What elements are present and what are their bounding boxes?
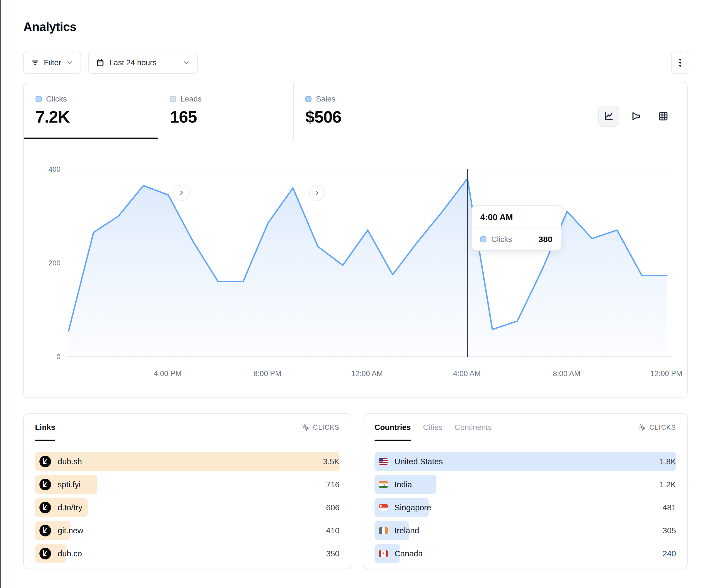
india-flag-icon [379,481,388,488]
link-value: 410 [326,526,340,535]
calendar-icon [96,59,104,67]
filter-button[interactable]: Filter [23,51,81,74]
tab-leads[interactable]: Leads 165 [158,82,294,139]
clicks-legend-swatch [36,96,42,102]
date-range-label: Last 24 hours [109,58,156,67]
clicks-tab-label: Clicks [46,95,67,104]
filter-button-label: Filter [44,58,61,67]
countries-metric-selector[interactable]: CLICKS [638,424,676,431]
dub-logo-icon [39,479,51,490]
cursor-click-icon [302,424,309,431]
link-row[interactable]: d.to/try 606 [35,498,340,517]
link-label: dub.co [58,549,82,558]
country-row[interactable]: Singapore 481 [374,498,676,517]
tab-links[interactable]: Links [35,414,55,441]
link-label: dub.sh [58,457,82,466]
country-row[interactable]: Canada 240 [374,544,676,563]
tab-clicks[interactable]: Clicks 7.2K [24,82,158,139]
x-axis-tick: 12:00 AM [351,369,383,378]
x-axis-tick: 4:00 PM [154,369,182,378]
tooltip-series-swatch [480,236,487,243]
country-row[interactable]: India 1.2K [374,475,676,494]
links-metric-label: CLICKS [313,424,340,431]
country-row[interactable]: Ireland 305 [374,521,676,540]
dub-logo-icon [39,502,51,513]
country-row[interactable]: United States 1.8K [374,452,676,471]
chevron-right-icon [314,189,320,196]
x-axis-tick: 8:00 PM [254,369,281,378]
countries-tab-underline [374,439,411,441]
x-axis-tick: 12:00 PM [650,369,683,378]
next-metric-button[interactable] [309,185,325,201]
links-tab-label: Links [35,423,55,432]
dub-logo-icon [39,525,51,537]
leads-tab-label: Leads [180,95,201,104]
tab-cities[interactable]: Cities [423,414,443,441]
analytics-card: Clicks 7.2K Leads 165 Sales $506 [23,82,688,398]
clicks-tab-value: 7.2K [36,107,158,127]
link-value: 350 [326,549,340,558]
filter-lines-icon [31,59,39,67]
clicks-area-chart[interactable] [24,139,687,397]
tab-continents[interactable]: Continents [455,414,492,441]
next-metric-button[interactable] [173,185,190,201]
x-axis-tick: 4:00 AM [453,369,480,378]
links-list: dub.sh 3.5K spti.fyi 716 d.to/try 606 [35,452,340,567]
kebab-menu-icon [676,58,684,67]
country-label: Singapore [394,503,431,512]
area-fill [69,179,667,357]
chevron-right-icon [178,189,185,196]
tab-countries[interactable]: Countries [374,414,411,441]
canada-flag-icon [379,550,388,557]
country-value: 481 [663,503,676,512]
cursor-click-icon [638,424,646,431]
links-panel: Links CLICKS dub.sh 3.5K [23,413,351,569]
sales-legend-swatch [305,96,311,102]
tooltip-time: 4:00 AM [472,206,561,229]
tooltip-value: 380 [539,235,553,244]
tab-sales[interactable]: Sales $506 [294,82,687,139]
link-label: d.to/try [58,503,83,512]
country-label: India [394,480,412,489]
countries-metric-label: CLICKS [649,424,676,431]
leads-tab-value: 165 [170,107,293,127]
links-tab-underline [35,439,55,441]
date-range-button[interactable]: Last 24 hours [88,51,198,74]
chevron-down-icon [183,59,190,66]
sales-tab-label: Sales [316,95,336,104]
stats-tabs: Clicks 7.2K Leads 165 Sales $506 [24,82,687,139]
cities-tab-label: Cities [423,423,443,432]
dub-logo-icon [39,548,51,560]
country-label: Canada [394,549,423,558]
funnel-view-button[interactable] [625,106,647,127]
singapore-flag-icon [379,504,388,511]
link-value: 716 [326,480,340,489]
chevron-down-icon [66,59,73,66]
link-row[interactable]: git.new 410 [35,521,340,540]
y-axis-tick-400: 400 [24,165,61,174]
line-chart-view-button[interactable] [598,106,619,127]
link-row[interactable]: dub.co 350 [35,544,340,563]
page-title: Analytics [23,20,76,34]
grid-icon [658,111,669,121]
leads-legend-swatch [170,96,176,102]
link-label: git.new [58,526,83,535]
more-options-button[interactable] [671,51,689,74]
left-edge-strip [0,0,1,588]
ireland-flag-icon [379,527,388,534]
table-view-button[interactable] [653,106,674,127]
dub-logo-icon [39,456,51,467]
country-value: 240 [663,549,676,558]
line-chart-icon [604,111,614,121]
link-value: 606 [326,503,340,512]
country-label: Ireland [394,526,419,535]
link-row[interactable]: dub.sh 3.5K [35,452,340,471]
funnel-icon [631,111,641,121]
countries-list: United States 1.8K India 1.2K Singapore … [374,452,676,567]
y-axis-tick-0: 0 [24,353,61,361]
link-row[interactable]: spti.fyi 716 [35,475,340,494]
links-metric-selector[interactable]: CLICKS [302,424,340,431]
tooltip-series-label: Clicks [491,235,512,244]
link-value: 3.5K [323,457,340,466]
analytics-page: Analytics Filter Last 24 hours Cli [0,0,711,588]
